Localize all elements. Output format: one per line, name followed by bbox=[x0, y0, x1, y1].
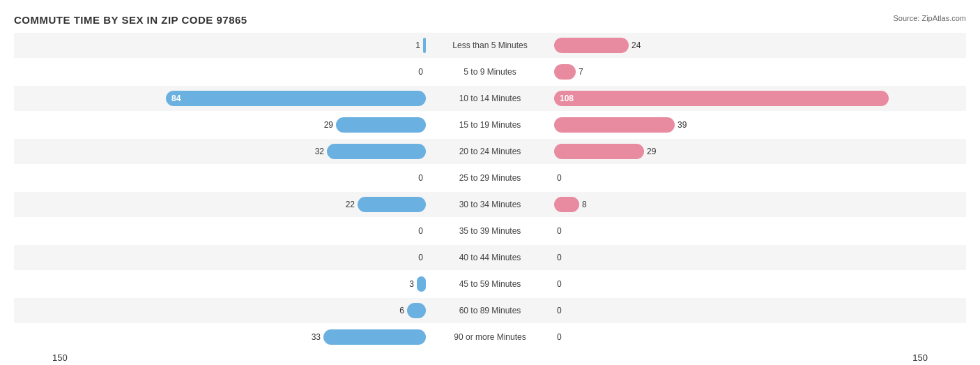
right-bar-wrap: 7 bbox=[553, 63, 928, 81]
bar-label: 45 to 59 Minutes bbox=[457, 279, 524, 289]
bar-pair: 1 Less than 5 Minutes 24 bbox=[52, 36, 928, 54]
bar-label: Less than 5 Minutes bbox=[450, 40, 530, 50]
male-value-outside: 1 bbox=[415, 40, 420, 50]
axis-left: 150 bbox=[52, 352, 68, 363]
right-bar-wrap: 108 bbox=[553, 89, 928, 107]
label-wrap: 10 to 14 Minutes bbox=[427, 94, 553, 103]
label-wrap: 25 to 29 Minutes bbox=[427, 173, 553, 183]
chart-row: 0 35 to 39 Minutes 0 bbox=[14, 218, 966, 244]
male-value-outside: 32 bbox=[315, 147, 324, 156]
chart-container: COMMUTE TIME BY SEX IN ZIP CODE 97865 So… bbox=[14, 14, 966, 365]
chart-row: 3 45 to 59 Minutes 0 bbox=[14, 271, 966, 297]
bar-pair: 0 40 to 44 Minutes 0 bbox=[52, 248, 928, 267]
label-wrap: 40 to 44 Minutes bbox=[427, 253, 553, 262]
bars-center: 1 Less than 5 Minutes 24 bbox=[52, 33, 928, 58]
chart-row: 33 90 or more Minutes 0 bbox=[14, 325, 966, 350]
bars-center: 84 10 to 14 Minutes 108 bbox=[52, 86, 928, 111]
bars-center: 0 5 to 9 Minutes 7 bbox=[52, 59, 928, 84]
male-value-outside: 0 bbox=[418, 67, 423, 77]
male-value-outside: 0 bbox=[418, 253, 423, 262]
bar-label: 40 to 44 Minutes bbox=[457, 253, 524, 262]
bar-pair: 6 60 to 89 Minutes 0 bbox=[52, 301, 928, 320]
bar-label: 10 to 14 Minutes bbox=[457, 94, 524, 103]
bar-label: 15 to 19 Minutes bbox=[457, 120, 524, 130]
female-value-outside: 7 bbox=[579, 67, 583, 77]
label-wrap: 15 to 19 Minutes bbox=[427, 120, 553, 130]
bar-pair: 0 5 to 9 Minutes 7 bbox=[52, 63, 928, 81]
chart-title: COMMUTE TIME BY SEX IN ZIP CODE 97865 bbox=[14, 14, 966, 26]
right-bar-wrap: 0 bbox=[553, 328, 928, 346]
chart-row: 84 10 to 14 Minutes 108 bbox=[14, 86, 966, 111]
male-value-outside: 0 bbox=[418, 226, 423, 236]
left-bar-wrap: 0 bbox=[52, 169, 427, 187]
bar-pair: 32 20 to 24 Minutes 29 bbox=[52, 142, 928, 161]
male-bar bbox=[336, 117, 426, 133]
chart-row: 6 60 to 89 Minutes 0 bbox=[14, 298, 966, 323]
label-wrap: 35 to 39 Minutes bbox=[427, 226, 553, 236]
chart-row: 22 30 to 34 Minutes 8 bbox=[14, 192, 966, 217]
label-wrap: 30 to 34 Minutes bbox=[427, 200, 553, 209]
bars-center: 3 45 to 59 Minutes 0 bbox=[52, 271, 928, 297]
female-value-outside: 0 bbox=[557, 306, 562, 315]
left-bar-wrap: 0 bbox=[52, 248, 427, 267]
right-bar-wrap: 29 bbox=[553, 142, 928, 161]
male-value-outside: 33 bbox=[312, 332, 321, 342]
chart-row: 0 5 to 9 Minutes 7 bbox=[14, 59, 966, 84]
left-bar-wrap: 0 bbox=[52, 63, 427, 81]
female-value-outside: 0 bbox=[557, 253, 562, 262]
bars-center: 6 60 to 89 Minutes 0 bbox=[52, 298, 928, 323]
female-value-outside: 39 bbox=[677, 120, 687, 130]
bar-pair: 0 25 to 29 Minutes 0 bbox=[52, 169, 928, 187]
label-wrap: Less than 5 Minutes bbox=[427, 40, 553, 50]
bar-pair: 0 35 to 39 Minutes 0 bbox=[52, 222, 928, 240]
right-bar-wrap: 0 bbox=[553, 248, 928, 267]
right-bar-wrap: 8 bbox=[553, 195, 928, 214]
label-wrap: 90 or more Minutes bbox=[427, 332, 553, 342]
right-bar-wrap: 39 bbox=[553, 116, 928, 134]
male-bar: 84 bbox=[166, 91, 426, 106]
left-bar-wrap: 33 bbox=[52, 328, 427, 346]
chart-row: 0 25 to 29 Minutes 0 bbox=[14, 165, 966, 191]
chart-row: 1 Less than 5 Minutes 24 bbox=[14, 33, 966, 58]
bar-label: 35 to 39 Minutes bbox=[457, 226, 524, 236]
label-wrap: 45 to 59 Minutes bbox=[427, 279, 553, 289]
female-bar bbox=[554, 144, 644, 159]
bars-center: 0 40 to 44 Minutes 0 bbox=[52, 245, 928, 270]
right-bar-wrap: 24 bbox=[553, 36, 928, 54]
female-bar: 108 bbox=[554, 91, 889, 106]
female-bar bbox=[554, 38, 629, 53]
male-bar bbox=[417, 276, 426, 292]
bar-pair: 3 45 to 59 Minutes 0 bbox=[52, 275, 928, 293]
male-value-inside: 84 bbox=[166, 94, 186, 103]
bar-pair: 84 10 to 14 Minutes 108 bbox=[52, 89, 928, 107]
right-bar-wrap: 0 bbox=[553, 222, 928, 240]
male-value-outside: 29 bbox=[324, 120, 333, 130]
male-value-outside: 6 bbox=[399, 306, 404, 315]
male-bar bbox=[358, 197, 426, 212]
female-bar bbox=[554, 197, 579, 212]
bar-label: 30 to 34 Minutes bbox=[457, 200, 524, 209]
bar-label: 90 or more Minutes bbox=[451, 332, 528, 342]
female-value-outside: 0 bbox=[557, 173, 562, 183]
female-bar bbox=[554, 64, 576, 80]
chart-row: 32 20 to 24 Minutes 29 bbox=[14, 139, 966, 164]
bar-pair: 22 30 to 34 Minutes 8 bbox=[52, 195, 928, 214]
source-label: Source: ZipAtlas.com bbox=[893, 14, 966, 22]
female-value-inside: 108 bbox=[554, 94, 579, 103]
bar-label: 60 to 89 Minutes bbox=[457, 306, 524, 315]
female-value-outside: 8 bbox=[582, 200, 587, 209]
female-bar bbox=[554, 117, 675, 133]
male-value-outside: 0 bbox=[418, 173, 423, 183]
female-value-outside: 29 bbox=[647, 147, 656, 156]
chart-row: 0 40 to 44 Minutes 0 bbox=[14, 245, 966, 270]
male-bar bbox=[423, 38, 426, 53]
bars-center: 0 25 to 29 Minutes 0 bbox=[52, 165, 928, 191]
bar-label: 5 to 9 Minutes bbox=[461, 67, 519, 77]
bars-center: 32 20 to 24 Minutes 29 bbox=[52, 139, 928, 164]
left-bar-wrap: 22 bbox=[52, 195, 427, 214]
bar-label: 25 to 29 Minutes bbox=[457, 173, 524, 183]
male-bar bbox=[323, 329, 426, 345]
left-bar-wrap: 6 bbox=[52, 301, 427, 320]
left-bar-wrap: 0 bbox=[52, 222, 427, 240]
bars-center: 29 15 to 19 Minutes 39 bbox=[52, 112, 928, 137]
